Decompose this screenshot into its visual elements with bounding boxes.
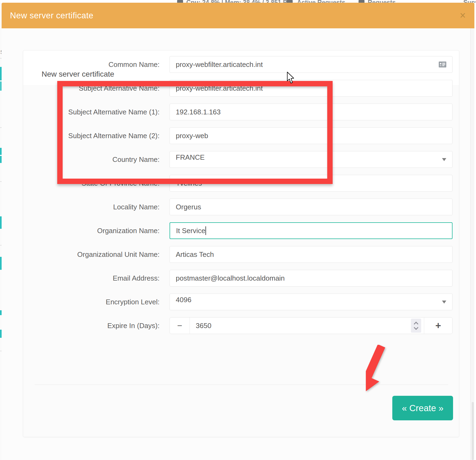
stepper-value: 3650: [196, 322, 211, 330]
field-label: Organizational Unit Name:: [23, 250, 160, 259]
chevron-down-icon: [442, 301, 446, 304]
input-value: Articas Tech: [176, 250, 214, 259]
mouse-cursor-icon: [287, 72, 296, 84]
top-bar-partial-text: Supp: [463, 0, 476, 3]
scrollbar[interactable]: [472, 402, 474, 460]
form-row-expire: Expire In (Days):−3650+: [23, 317, 453, 334]
close-icon[interactable]: ×: [460, 10, 466, 21]
modal-header: New server certificate ×: [2, 3, 474, 28]
input-value: Orgerus: [176, 203, 201, 211]
system-stats-text: Cpu: 24.8% | Mem: 38.4% / 3.851 B: [186, 0, 288, 3]
form-row-encryption: Encryption Level:4096: [23, 294, 453, 310]
requests-icon: [359, 0, 364, 3]
field-label: Organization Name:: [23, 227, 160, 235]
requests-link[interactable]: Requests: [368, 0, 396, 3]
form-row-organization: Organization Name:It Service: [23, 222, 453, 239]
text-group: It Service: [176, 226, 206, 235]
form-row-locality: Locality Name:Orgerus: [23, 199, 453, 215]
organization-input[interactable]: It Service: [170, 222, 453, 239]
decrement-button[interactable]: −: [170, 318, 190, 334]
waveform-icon: [287, 0, 293, 3]
modal-title: New server certificate: [10, 3, 93, 28]
red-annotation-rectangle: [57, 81, 333, 184]
field-label: Email Address:: [23, 274, 160, 282]
expire-stepper: −3650+: [170, 317, 453, 334]
red-annotation-arrow: [366, 345, 417, 408]
background-top-bar: Cpu: 24.8% | Mem: 38.4% / 3.851 B Active…: [0, 0, 476, 3]
active-requests-link[interactable]: Active Requests: [297, 0, 345, 3]
address-card-icon: [439, 62, 446, 67]
org-unit-input[interactable]: Articas Tech: [170, 246, 453, 263]
field-label: Locality Name:: [23, 203, 160, 211]
screen: Cpu: 24.8% | Mem: 38.4% / 3.851 B Active…: [0, 0, 476, 460]
encryption-select[interactable]: 4096: [170, 294, 453, 310]
text-cursor: [205, 226, 206, 235]
field-label: Encryption Level:: [23, 298, 160, 306]
chevron-down-icon: [414, 325, 418, 330]
form-row-org-unit: Organizational Unit Name:Articas Tech: [23, 246, 453, 263]
field-label: Common Name:: [23, 60, 160, 69]
expire-input[interactable]: 3650: [190, 318, 411, 334]
common-name-input[interactable]: proxy-webfilter.articatech.int: [170, 56, 453, 73]
select-value: 4096: [176, 296, 191, 304]
input-value: It Service: [176, 227, 205, 235]
chevron-down-icon: [442, 158, 446, 161]
locality-input[interactable]: Orgerus: [170, 199, 453, 215]
spinner-control[interactable]: [411, 319, 421, 333]
form-row-common-name: Common Name:proxy-webfilter.articatech.i…: [23, 56, 453, 73]
input-value: postmaster@localhost.localdomain: [176, 274, 285, 282]
cpu-gauge-icon: [177, 0, 183, 3]
field-label: Expire In (Days):: [23, 322, 160, 330]
form-row-email: Email Address:postmaster@localhost.local…: [23, 270, 453, 287]
modal-right-gutter: [470, 28, 474, 460]
input-value: proxy-webfilter.articatech.int: [176, 60, 263, 69]
increment-button[interactable]: +: [424, 318, 452, 334]
email-input[interactable]: postmaster@localhost.localdomain: [170, 270, 453, 287]
